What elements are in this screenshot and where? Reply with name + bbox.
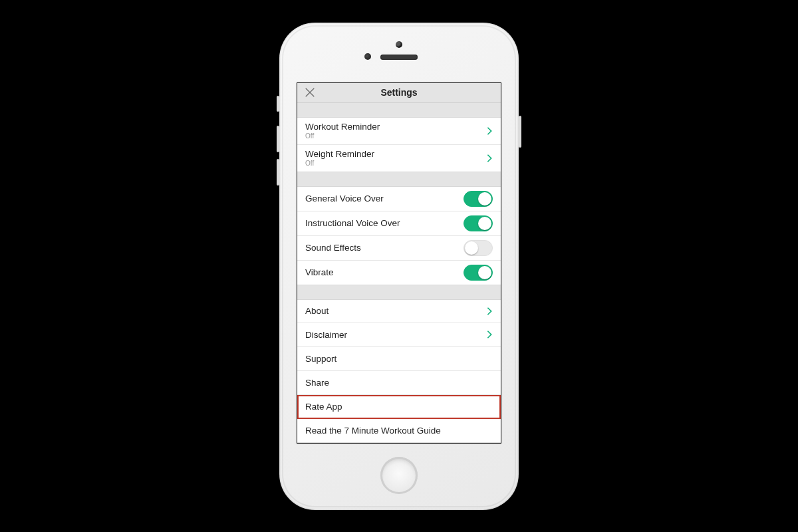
info-row-disclaimer[interactable]: Disclaimer [297, 323, 501, 347]
row-title: Read the 7 Minute Workout Guide [305, 426, 441, 436]
info-row-read-the-7-minute-workout-guide[interactable]: Read the 7 Minute Workout Guide [297, 419, 501, 443]
volume-up-button [277, 126, 279, 152]
home-button[interactable] [380, 457, 418, 494]
reminder-row-workout-reminder[interactable]: Workout ReminderOff [297, 117, 501, 145]
proximity-sensor [364, 53, 371, 60]
toggle-row-vibrate: Vibrate [297, 261, 501, 285]
toggle-row-sound-effects: Sound Effects [297, 236, 501, 261]
front-camera [396, 41, 402, 48]
earpiece-speaker [380, 55, 418, 60]
info-row-share[interactable]: Share [297, 371, 501, 395]
info-row-support[interactable]: Support [297, 347, 501, 371]
navbar: Settings [297, 83, 501, 104]
toggle-row-instructional-voice-over: Instructional Voice Over [297, 211, 501, 236]
info-row-rate-app[interactable]: Rate App [297, 395, 501, 419]
audio-group: General Voice OverInstructional Voice Ov… [297, 186, 501, 285]
row-subtitle: Off [305, 132, 380, 140]
row-title: Rate App [305, 402, 342, 412]
row-title: About [305, 306, 329, 316]
section-gap [297, 172, 501, 186]
toggle-switch[interactable] [464, 215, 493, 231]
toggle-switch[interactable] [464, 191, 493, 207]
reminders-group: Workout ReminderOffWeight ReminderOff [297, 117, 501, 172]
toggle-switch[interactable] [464, 240, 493, 256]
page-title: Settings [380, 87, 417, 98]
row-title: Disclaimer [305, 330, 347, 340]
close-icon[interactable] [304, 86, 316, 98]
chevron-right-icon [486, 307, 493, 316]
chevron-right-icon [486, 126, 493, 136]
row-title: Share [305, 378, 329, 388]
row-subtitle: Off [305, 160, 374, 168]
chevron-right-icon [486, 154, 493, 163]
row-title: General Voice Over [305, 194, 384, 203]
chevron-right-icon [486, 330, 493, 339]
phone-frame: Settings Workout ReminderOffWeight Remin… [279, 23, 519, 510]
row-title: Support [305, 354, 336, 364]
row-title: Sound Effects [305, 243, 361, 253]
section-gap [297, 285, 501, 299]
screen: Settings Workout ReminderOffWeight Remin… [297, 82, 501, 444]
power-button [519, 116, 521, 148]
row-title: Vibrate [305, 267, 334, 277]
volume-down-button [277, 159, 279, 186]
row-title: Weight Reminder [305, 149, 374, 160]
reminder-row-weight-reminder[interactable]: Weight ReminderOff [297, 145, 501, 172]
toggle-row-general-voice-over: General Voice Over [297, 186, 501, 211]
section-gap [297, 103, 501, 117]
toggle-switch[interactable] [464, 265, 493, 281]
row-title: Workout Reminder [305, 122, 380, 132]
info-row-about[interactable]: About [297, 299, 501, 323]
mute-switch [277, 96, 279, 112]
info-group: AboutDisclaimerSupportShareRate AppRead … [297, 299, 501, 443]
row-title: Instructional Voice Over [305, 218, 400, 228]
